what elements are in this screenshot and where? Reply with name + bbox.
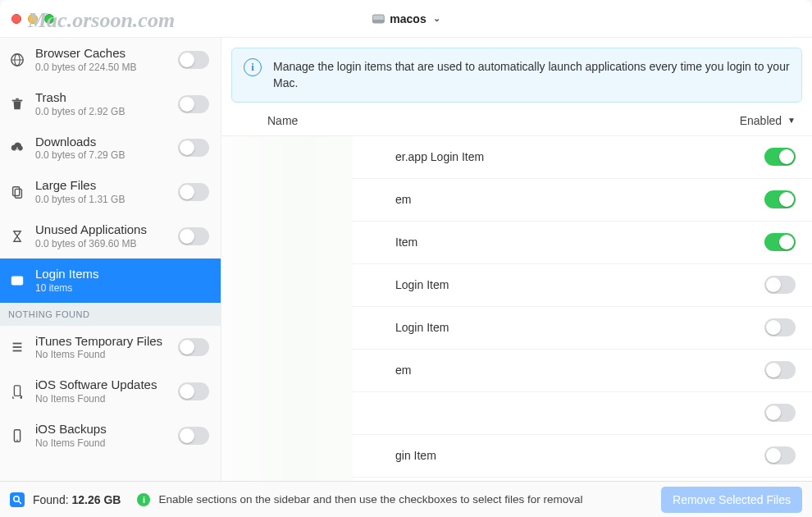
sidebar-item-text: iOS BackupsNo Items Found [35, 422, 168, 450]
column-header-enabled[interactable]: Enabled ▼ [740, 114, 796, 127]
censored-overlay [221, 136, 353, 481]
svg-rect-7 [13, 187, 20, 196]
sidebar-item-globe[interactable]: Browser Caches0.0 bytes of 224.50 MB [0, 38, 221, 82]
sidebar-item-title: iOS Backups [35, 422, 168, 437]
svg-rect-14 [14, 386, 20, 396]
main-body: Browser Caches0.0 bytes of 224.50 MBTras… [0, 38, 812, 481]
sidebar-item-text: Trash0.0 bytes of 2.92 GB [35, 90, 168, 118]
sidebar-item-subtitle: No Items Found [35, 349, 168, 361]
main-panel: i Manage the login items that are used t… [221, 38, 812, 481]
svg-rect-5 [12, 99, 23, 101]
sidebar-item-title: iOS Software Updates [35, 377, 168, 393]
enabled-toggle-4[interactable] [764, 318, 796, 336]
info-banner: i Manage the login items that are used t… [231, 48, 802, 103]
tip-text: Enable sections on the sidebar and then … [158, 493, 582, 506]
sidebar-nf-toggle-0[interactable] [178, 338, 209, 356]
sidebar-item-title: iTunes Temporary Files [35, 334, 168, 350]
sidebar-nf-toggle-1[interactable] [178, 382, 209, 400]
titlebar: macos ⌄ [0, 0, 812, 38]
column-header-enabled-label: Enabled [740, 114, 782, 127]
sidebar-item-nf-2[interactable]: iOS BackupsNo Items Found [0, 414, 221, 458]
sidebar-toggle-4[interactable] [178, 227, 209, 245]
list-icon [9, 340, 25, 355]
sidebar-item-subtitle: 0.0 bytes of 1.31 GB [35, 194, 168, 206]
footer-bar: Found: 12.26 GB i Enable sections on the… [0, 481, 812, 517]
user-card-icon [9, 273, 25, 288]
enabled-toggle-5[interactable] [764, 361, 796, 379]
sidebar-item-subtitle: 10 items [35, 282, 212, 295]
cloud-down-icon [9, 140, 25, 155]
svg-rect-1 [372, 20, 384, 23]
sidebar-item-copy[interactable]: Large Files0.0 bytes of 1.31 GB [0, 170, 221, 214]
copy-icon [9, 185, 25, 199]
sidebar: Browser Caches0.0 bytes of 224.50 MBTras… [0, 38, 221, 481]
window-controls [11, 14, 54, 24]
disk-name: macos [390, 12, 426, 25]
login-items-list: er.app Login ItememItem Login Item Login… [221, 136, 812, 481]
remove-selected-button[interactable]: Remove Selected Files [661, 487, 802, 513]
enabled-toggle-3[interactable] [764, 276, 796, 294]
sidebar-item-subtitle: 0.0 bytes of 369.60 MB [35, 238, 168, 250]
sidebar-item-nf-1[interactable]: iOS Software UpdatesNo Items Found [0, 369, 221, 414]
sidebar-item-user-card[interactable]: Login Items10 items [0, 258, 221, 303]
found-badge-icon [10, 492, 25, 507]
sidebar-item-subtitle: No Items Found [35, 393, 168, 405]
sidebar-item-text: Login Items10 items [35, 267, 212, 295]
sidebar-toggle-1[interactable] [178, 95, 209, 113]
svg-rect-9 [11, 276, 23, 285]
enabled-toggle-1[interactable] [764, 190, 796, 208]
sidebar-nf-toggle-2[interactable] [178, 427, 209, 445]
sidebar-item-title: Downloads [35, 135, 168, 150]
sidebar-item-text: Unused Applications0.0 bytes of 369.60 M… [35, 222, 168, 250]
found-label: Found: 12.26 GB [33, 493, 121, 506]
found-label-text: Found: [33, 493, 69, 506]
sidebar-item-text: iTunes Temporary FilesNo Items Found [35, 334, 168, 362]
phone-icon [9, 428, 25, 443]
globe-icon [9, 53, 25, 67]
enabled-toggle-0[interactable] [764, 148, 796, 166]
sidebar-toggle-3[interactable] [178, 183, 209, 201]
sidebar-item-subtitle: 0.0 bytes of 7.29 GB [35, 149, 168, 162]
sidebar-item-subtitle: No Items Found [35, 437, 168, 450]
window: Mac.orsoon.com macos ⌄ Browser Caches0.0… [0, 0, 812, 517]
sidebar-toggle-0[interactable] [178, 51, 209, 69]
svg-rect-6 [16, 98, 19, 99]
sidebar-item-cloud-down[interactable]: Downloads0.0 bytes of 7.29 GB [0, 126, 221, 171]
chevron-down-icon: ⌄ [433, 13, 440, 24]
sidebar-item-title: Trash [35, 90, 168, 106]
tip-icon: i [137, 493, 150, 506]
list-header: Name Enabled ▼ [221, 109, 812, 136]
column-header-name[interactable]: Name [267, 114, 298, 127]
disk-icon [372, 12, 385, 25]
maximize-window-button[interactable] [44, 14, 54, 24]
info-text: Manage the login items that are used to … [273, 58, 790, 92]
close-window-button[interactable] [11, 14, 21, 24]
sidebar-toggle-2[interactable] [178, 139, 209, 157]
sidebar-section-header: NOTHING FOUND [0, 303, 221, 326]
volume-selector[interactable]: macos ⌄ [372, 12, 440, 25]
sync-phone-icon [9, 384, 25, 399]
sidebar-item-nf-0[interactable]: iTunes Temporary FilesNo Items Found [0, 326, 221, 370]
sidebar-item-title: Unused Applications [35, 222, 168, 238]
sidebar-item-text: Browser Caches0.0 bytes of 224.50 MB [35, 46, 168, 74]
svg-line-18 [19, 501, 21, 503]
info-icon: i [244, 58, 262, 76]
sidebar-item-title: Login Items [35, 267, 212, 282]
svg-point-10 [14, 278, 17, 281]
sidebar-item-text: Downloads0.0 bytes of 7.29 GB [35, 135, 168, 162]
enabled-toggle-7[interactable] [764, 446, 796, 464]
sidebar-item-trash[interactable]: Trash0.0 bytes of 2.92 GB [0, 82, 221, 126]
enabled-toggle-2[interactable] [764, 233, 796, 251]
sidebar-item-subtitle: 0.0 bytes of 224.50 MB [35, 62, 168, 74]
trash-icon [9, 97, 25, 112]
sidebar-item-title: Large Files [35, 178, 168, 194]
sort-indicator-icon: ▼ [787, 116, 796, 125]
minimize-window-button[interactable] [28, 14, 38, 24]
svg-point-16 [16, 439, 18, 441]
enabled-toggle-6[interactable] [764, 404, 796, 422]
sidebar-item-title: Browser Caches [35, 46, 168, 62]
sidebar-item-text: iOS Software UpdatesNo Items Found [35, 377, 168, 405]
found-value: 12.26 GB [71, 493, 121, 506]
svg-rect-8 [15, 190, 21, 199]
sidebar-item-hourglass[interactable]: Unused Applications0.0 bytes of 369.60 M… [0, 214, 221, 258]
